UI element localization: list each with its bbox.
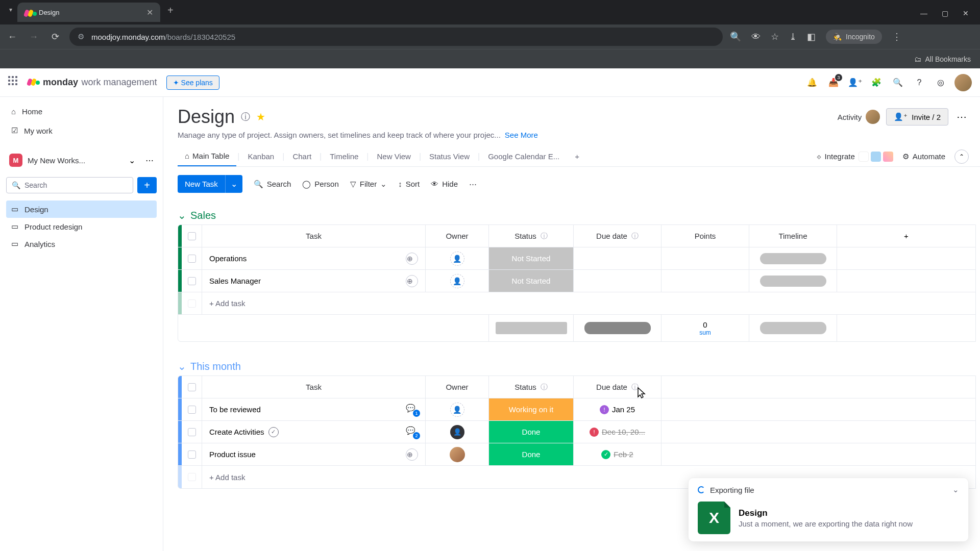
- expand-item-icon[interactable]: ⊕: [406, 448, 418, 461]
- chevron-down-icon[interactable]: ⌄: [225, 175, 242, 193]
- zoom-icon[interactable]: 🔍: [730, 31, 741, 42]
- apps-icon[interactable]: 🧩: [869, 75, 884, 90]
- date-cell[interactable]: [574, 247, 662, 269]
- expand-item-icon[interactable]: ⊕: [406, 253, 418, 265]
- task-name[interactable]: Sales Manager: [209, 277, 261, 285]
- status-cell[interactable]: Not Started: [489, 247, 574, 269]
- sidebar-board-analytics[interactable]: ▭Analytics: [6, 235, 157, 253]
- favorite-star-icon[interactable]: ★: [256, 111, 265, 123]
- task-name[interactable]: Operations: [209, 254, 247, 263]
- task-name[interactable]: Product issue: [209, 450, 256, 459]
- status-cell[interactable]: Not Started: [489, 270, 574, 292]
- expand-item-icon[interactable]: ⊕: [406, 275, 418, 287]
- view-tab-kanban[interactable]: Kanban: [241, 147, 282, 166]
- help-icon[interactable]: ?: [912, 75, 927, 90]
- view-tab-gcal[interactable]: Google Calendar E...: [481, 147, 567, 166]
- sidebar-board-design[interactable]: ▭Design: [6, 201, 157, 218]
- view-tab-chart[interactable]: Chart: [285, 147, 318, 166]
- row-checkbox[interactable]: [188, 277, 196, 285]
- integrate-button[interactable]: ⟐Integrate: [817, 152, 893, 162]
- owner-empty-icon[interactable]: 👤: [450, 403, 464, 417]
- app-switcher-icon[interactable]: [8, 76, 21, 89]
- sidebar-mywork[interactable]: ☑My work: [6, 122, 157, 139]
- timeline-cell[interactable]: [749, 247, 837, 269]
- user-avatar[interactable]: [954, 74, 972, 91]
- incognito-indicator[interactable]: 🕵 Incognito: [826, 30, 882, 44]
- window-maximize-icon[interactable]: ▢: [942, 9, 948, 17]
- board-title[interactable]: Design: [178, 106, 235, 128]
- chat-icon[interactable]: 💬1: [406, 404, 418, 416]
- site-settings-icon[interactable]: ⚙: [78, 32, 84, 41]
- board-menu-icon[interactable]: ⋯: [954, 111, 969, 123]
- window-minimize-icon[interactable]: —: [920, 9, 927, 17]
- row-checkbox[interactable]: [188, 406, 196, 414]
- invite-button[interactable]: 👤⁺Invite / 2: [886, 108, 948, 126]
- forward-button[interactable]: →: [27, 32, 41, 42]
- table-row[interactable]: Product issue⊕ Done ✓Feb 2: [178, 443, 975, 466]
- task-name[interactable]: To be reviewed: [209, 405, 261, 414]
- tab-search-dropdown[interactable]: ▾: [4, 6, 17, 18]
- back-button[interactable]: ←: [5, 32, 19, 42]
- bookmark-star-icon[interactable]: ☆: [771, 31, 779, 42]
- col-status[interactable]: Statusⓘ: [489, 376, 574, 398]
- view-tab-newview[interactable]: New View: [370, 147, 418, 166]
- view-tab-timeline[interactable]: Timeline: [323, 147, 365, 166]
- all-bookmarks-link[interactable]: All Bookmarks: [925, 55, 971, 63]
- hide-button[interactable]: 👁Hide: [431, 180, 458, 188]
- automate-button[interactable]: ⚙Automate: [902, 152, 945, 161]
- date-cell[interactable]: !Dec 10, 20...: [574, 421, 662, 443]
- collapse-header-icon[interactable]: ⌃: [954, 149, 969, 164]
- notifications-icon[interactable]: 🔔: [804, 75, 820, 90]
- workspace-selector[interactable]: M My New Works... ⌄ ⋯: [6, 148, 157, 172]
- sidepanel-icon[interactable]: ◧: [807, 31, 816, 42]
- date-cell[interactable]: ✓Feb 2: [574, 443, 662, 465]
- see-plans-button[interactable]: ✦ See plans: [166, 76, 219, 90]
- workspace-menu-icon[interactable]: ⋯: [145, 156, 154, 165]
- search-button[interactable]: 🔍Search: [254, 180, 291, 189]
- chat-icon[interactable]: 💬2: [406, 426, 418, 438]
- points-cell[interactable]: [662, 247, 749, 269]
- table-row[interactable]: Operations⊕ 👤 Not Started: [178, 247, 975, 270]
- owner-avatar[interactable]: 👤: [450, 425, 464, 439]
- date-cell[interactable]: [574, 270, 662, 292]
- col-owner[interactable]: Owner: [426, 376, 489, 398]
- date-cell[interactable]: !Jan 25: [574, 398, 662, 420]
- col-status[interactable]: Statusⓘ: [489, 225, 574, 247]
- col-due[interactable]: Due dateⓘ: [574, 376, 662, 398]
- task-name[interactable]: Create Activities: [209, 428, 264, 436]
- search-everything-icon[interactable]: 🔍: [890, 75, 905, 90]
- address-bar[interactable]: ⚙ moodjoy.monday.com/boards/1830420525: [69, 28, 723, 46]
- status-cell[interactable]: Done: [489, 421, 574, 443]
- sort-button[interactable]: ↕Sort: [398, 180, 420, 188]
- col-task[interactable]: Task: [202, 376, 426, 398]
- col-task[interactable]: Task: [202, 225, 426, 247]
- chevron-down-icon[interactable]: ⌄: [952, 485, 959, 494]
- row-checkbox[interactable]: [188, 428, 196, 436]
- close-tab-icon[interactable]: ✕: [146, 8, 153, 17]
- eye-off-icon[interactable]: 👁: [751, 32, 761, 42]
- table-row[interactable]: Create Activities✓💬2 👤 Done !Dec 10, 20.…: [178, 421, 975, 443]
- new-task-button[interactable]: New Task⌄: [178, 175, 242, 193]
- person-filter-button[interactable]: ◯Person: [302, 180, 339, 189]
- group-header-sales[interactable]: ⌄Sales: [178, 206, 980, 224]
- view-tab-statusview[interactable]: Status View: [422, 147, 477, 166]
- subitems-done-icon[interactable]: ✓: [268, 427, 279, 437]
- sidebar-search-input[interactable]: 🔍Search: [6, 177, 133, 193]
- toolbar-more-icon[interactable]: ⋯: [469, 180, 477, 189]
- window-close-icon[interactable]: ✕: [963, 9, 969, 17]
- filter-button[interactable]: ▽Filter⌄: [350, 180, 387, 189]
- col-owner[interactable]: Owner: [426, 225, 489, 247]
- inbox-icon[interactable]: 📥3: [826, 75, 841, 90]
- view-tab-main-table[interactable]: ⌂Main Table: [178, 146, 236, 166]
- select-all-checkbox[interactable]: [188, 232, 196, 240]
- row-checkbox[interactable]: [188, 450, 196, 459]
- group-header-thismonth[interactable]: ⌄This month: [178, 357, 980, 375]
- col-due[interactable]: Due dateⓘ: [574, 225, 662, 247]
- new-tab-button[interactable]: +: [160, 5, 181, 20]
- status-cell[interactable]: Working on it: [489, 398, 574, 420]
- col-timeline[interactable]: Timeline: [749, 225, 837, 247]
- add-task-row[interactable]: + Add task: [178, 292, 975, 315]
- activity-button[interactable]: Activity: [838, 110, 880, 124]
- browser-menu-icon[interactable]: ⋮: [892, 31, 901, 42]
- add-board-button[interactable]: +: [137, 177, 157, 193]
